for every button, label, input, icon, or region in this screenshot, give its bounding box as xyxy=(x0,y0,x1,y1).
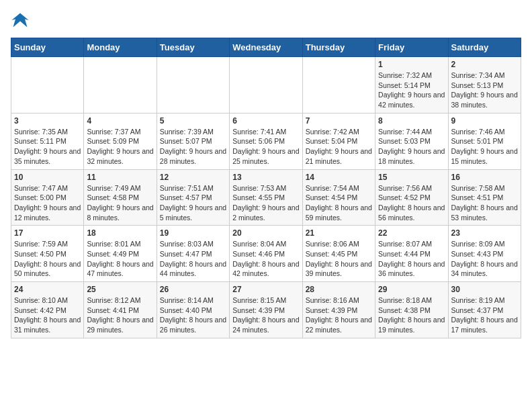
day-number: 25 xyxy=(87,285,153,294)
calendar-cell xyxy=(11,57,84,113)
calendar-cell: 24Sunrise: 8:10 AM Sunset: 4:42 PM Dayli… xyxy=(11,282,84,338)
day-number: 6 xyxy=(232,116,299,126)
week-row-1: 1Sunrise: 7:32 AM Sunset: 5:14 PM Daylig… xyxy=(11,57,521,113)
calendar-cell: 21Sunrise: 8:06 AM Sunset: 4:45 PM Dayli… xyxy=(302,226,375,282)
col-header-thursday: Thursday xyxy=(302,38,375,57)
day-info: Sunrise: 7:53 AM Sunset: 4:55 PM Dayligh… xyxy=(232,183,299,223)
day-number: 2 xyxy=(451,60,518,69)
day-number: 11 xyxy=(87,173,153,182)
calendar-cell: 23Sunrise: 8:09 AM Sunset: 4:43 PM Dayli… xyxy=(448,226,521,282)
calendar-cell: 8Sunrise: 7:44 AM Sunset: 5:03 PM Daylig… xyxy=(375,113,448,169)
logo-bird-icon xyxy=(11,11,30,30)
day-number: 10 xyxy=(14,173,81,182)
day-number: 15 xyxy=(378,173,445,182)
week-row-3: 10Sunrise: 7:47 AM Sunset: 5:00 PM Dayli… xyxy=(11,169,521,226)
calendar-cell: 28Sunrise: 8:16 AM Sunset: 4:39 PM Dayli… xyxy=(302,282,375,338)
col-header-sunday: Sunday xyxy=(11,38,84,57)
calendar-cell: 26Sunrise: 8:14 AM Sunset: 4:40 PM Dayli… xyxy=(157,282,229,338)
week-row-2: 3Sunrise: 7:35 AM Sunset: 5:11 PM Daylig… xyxy=(11,113,521,169)
day-info: Sunrise: 8:04 AM Sunset: 4:46 PM Dayligh… xyxy=(232,239,299,279)
calendar-cell: 11Sunrise: 7:49 AM Sunset: 4:58 PM Dayli… xyxy=(84,169,157,226)
calendar-cell: 2Sunrise: 7:34 AM Sunset: 5:13 PM Daylig… xyxy=(448,57,521,113)
col-header-monday: Monday xyxy=(84,38,157,57)
day-info: Sunrise: 8:10 AM Sunset: 4:42 PM Dayligh… xyxy=(14,295,81,335)
day-info: Sunrise: 7:54 AM Sunset: 4:54 PM Dayligh… xyxy=(306,183,372,223)
calendar-cell xyxy=(302,57,375,113)
calendar-cell: 19Sunrise: 8:03 AM Sunset: 4:47 PM Dayli… xyxy=(157,226,229,282)
calendar-cell: 9Sunrise: 7:46 AM Sunset: 5:01 PM Daylig… xyxy=(448,113,521,169)
calendar-cell: 30Sunrise: 8:19 AM Sunset: 4:37 PM Dayli… xyxy=(448,282,521,338)
day-info: Sunrise: 8:15 AM Sunset: 4:39 PM Dayligh… xyxy=(232,295,299,335)
calendar-table: SundayMondayTuesdayWednesdayThursdayFrid… xyxy=(11,38,521,338)
week-row-4: 17Sunrise: 7:59 AM Sunset: 4:50 PM Dayli… xyxy=(11,226,521,282)
day-number: 16 xyxy=(451,173,518,182)
calendar-cell: 18Sunrise: 8:01 AM Sunset: 4:49 PM Dayli… xyxy=(84,226,157,282)
day-number: 12 xyxy=(160,173,226,182)
day-info: Sunrise: 7:39 AM Sunset: 5:07 PM Dayligh… xyxy=(160,127,226,167)
logo xyxy=(11,11,32,30)
calendar-cell: 13Sunrise: 7:53 AM Sunset: 4:55 PM Dayli… xyxy=(230,169,302,226)
day-number: 23 xyxy=(451,228,518,238)
day-info: Sunrise: 7:46 AM Sunset: 5:01 PM Dayligh… xyxy=(451,127,518,167)
day-number: 14 xyxy=(306,173,372,182)
day-number: 29 xyxy=(378,285,445,294)
calendar-cell: 16Sunrise: 7:58 AM Sunset: 4:51 PM Dayli… xyxy=(448,169,521,226)
svg-marker-0 xyxy=(11,13,28,28)
day-info: Sunrise: 8:03 AM Sunset: 4:47 PM Dayligh… xyxy=(160,239,226,279)
calendar-cell: 10Sunrise: 7:47 AM Sunset: 5:00 PM Dayli… xyxy=(11,169,84,226)
day-number: 26 xyxy=(160,285,226,294)
day-number: 8 xyxy=(378,116,445,126)
day-info: Sunrise: 7:49 AM Sunset: 4:58 PM Dayligh… xyxy=(87,183,153,223)
calendar-cell: 1Sunrise: 7:32 AM Sunset: 5:14 PM Daylig… xyxy=(375,57,448,113)
calendar-cell: 14Sunrise: 7:54 AM Sunset: 4:54 PM Dayli… xyxy=(302,169,375,226)
day-number: 21 xyxy=(306,228,372,238)
page-header xyxy=(11,11,521,30)
day-number: 18 xyxy=(87,228,153,238)
col-header-friday: Friday xyxy=(375,38,448,57)
calendar-cell: 12Sunrise: 7:51 AM Sunset: 4:57 PM Dayli… xyxy=(157,169,229,226)
calendar-cell: 15Sunrise: 7:56 AM Sunset: 4:52 PM Dayli… xyxy=(375,169,448,226)
day-number: 9 xyxy=(451,116,518,126)
day-info: Sunrise: 8:14 AM Sunset: 4:40 PM Dayligh… xyxy=(160,295,226,335)
day-info: Sunrise: 8:06 AM Sunset: 4:45 PM Dayligh… xyxy=(306,239,372,279)
calendar-cell xyxy=(157,57,229,113)
day-info: Sunrise: 7:41 AM Sunset: 5:06 PM Dayligh… xyxy=(232,127,299,167)
day-info: Sunrise: 8:16 AM Sunset: 4:39 PM Dayligh… xyxy=(306,295,372,335)
calendar-cell: 6Sunrise: 7:41 AM Sunset: 5:06 PM Daylig… xyxy=(230,113,302,169)
col-header-tuesday: Tuesday xyxy=(157,38,229,57)
calendar-cell: 7Sunrise: 7:42 AM Sunset: 5:04 PM Daylig… xyxy=(302,113,375,169)
day-info: Sunrise: 7:44 AM Sunset: 5:03 PM Dayligh… xyxy=(378,127,445,167)
day-info: Sunrise: 7:35 AM Sunset: 5:11 PM Dayligh… xyxy=(14,127,81,167)
calendar-cell: 25Sunrise: 8:12 AM Sunset: 4:41 PM Dayli… xyxy=(84,282,157,338)
day-info: Sunrise: 8:12 AM Sunset: 4:41 PM Dayligh… xyxy=(87,295,153,335)
col-header-saturday: Saturday xyxy=(448,38,521,57)
calendar-cell: 29Sunrise: 8:18 AM Sunset: 4:38 PM Dayli… xyxy=(375,282,448,338)
week-row-5: 24Sunrise: 8:10 AM Sunset: 4:42 PM Dayli… xyxy=(11,282,521,338)
day-info: Sunrise: 7:37 AM Sunset: 5:09 PM Dayligh… xyxy=(87,127,153,167)
day-number: 28 xyxy=(306,285,372,294)
day-info: Sunrise: 7:58 AM Sunset: 4:51 PM Dayligh… xyxy=(451,183,518,223)
day-number: 22 xyxy=(378,228,445,238)
day-info: Sunrise: 7:42 AM Sunset: 5:04 PM Dayligh… xyxy=(306,127,372,167)
day-number: 7 xyxy=(306,116,372,126)
day-number: 17 xyxy=(14,228,81,238)
day-number: 3 xyxy=(14,116,81,126)
calendar-cell xyxy=(84,57,157,113)
day-number: 19 xyxy=(160,228,226,238)
calendar-cell: 20Sunrise: 8:04 AM Sunset: 4:46 PM Dayli… xyxy=(230,226,302,282)
calendar-cell: 3Sunrise: 7:35 AM Sunset: 5:11 PM Daylig… xyxy=(11,113,84,169)
day-number: 1 xyxy=(378,60,445,69)
day-info: Sunrise: 7:34 AM Sunset: 5:13 PM Dayligh… xyxy=(451,71,518,110)
calendar-cell: 4Sunrise: 7:37 AM Sunset: 5:09 PM Daylig… xyxy=(84,113,157,169)
day-number: 30 xyxy=(451,285,518,294)
day-number: 13 xyxy=(232,173,299,182)
day-info: Sunrise: 7:32 AM Sunset: 5:14 PM Dayligh… xyxy=(378,71,445,110)
day-number: 5 xyxy=(160,116,226,126)
day-number: 20 xyxy=(232,228,299,238)
calendar-cell: 17Sunrise: 7:59 AM Sunset: 4:50 PM Dayli… xyxy=(11,226,84,282)
day-info: Sunrise: 8:07 AM Sunset: 4:44 PM Dayligh… xyxy=(378,239,445,279)
calendar-cell: 27Sunrise: 8:15 AM Sunset: 4:39 PM Dayli… xyxy=(230,282,302,338)
col-header-wednesday: Wednesday xyxy=(230,38,302,57)
calendar-cell: 22Sunrise: 8:07 AM Sunset: 4:44 PM Dayli… xyxy=(375,226,448,282)
day-info: Sunrise: 7:51 AM Sunset: 4:57 PM Dayligh… xyxy=(160,183,226,223)
